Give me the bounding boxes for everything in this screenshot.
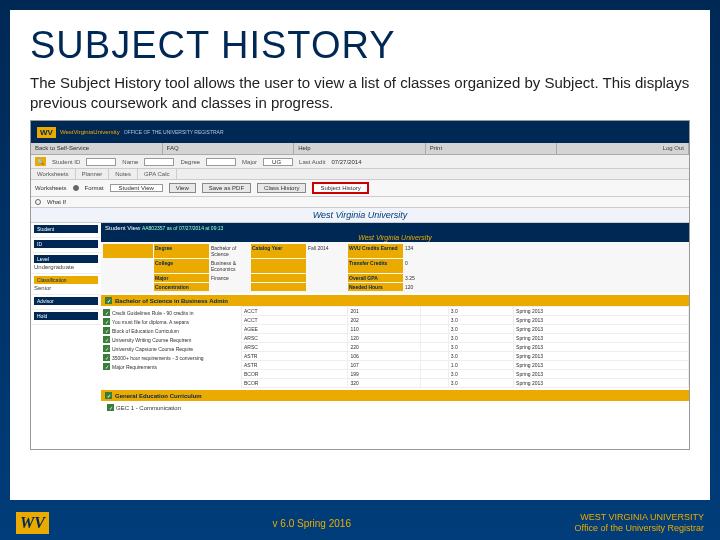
degree-select[interactable]: [206, 158, 236, 166]
tab-worksheets[interactable]: Worksheets: [31, 169, 76, 179]
slide-footer: WV v 6.0 Spring 2016 WEST VIRGINIA UNIVE…: [0, 512, 720, 534]
table-row: ACCT2023.0Spring 2013: [242, 316, 689, 325]
main-panel: Student View AA802357 as of 07/27/2014 a…: [101, 223, 689, 450]
student-id-label: Student ID: [52, 159, 80, 165]
req-block-1-header[interactable]: Bachelor of Science in Business Admin: [101, 295, 689, 306]
subject-history-button[interactable]: Subject History: [312, 182, 368, 194]
degree-label: Degree: [180, 159, 200, 165]
course-table: ACCT2013.0Spring 2013ACCT2023.0Spring 20…: [241, 306, 689, 388]
name-select[interactable]: [144, 158, 174, 166]
nav-logout[interactable]: Log Out: [557, 143, 689, 154]
class-history-button[interactable]: Class History: [257, 183, 306, 193]
save-pdf-button[interactable]: Save as PDF: [202, 183, 251, 193]
whatif-row: What If: [31, 197, 689, 208]
side-advisor-lbl: Advisor: [34, 297, 98, 305]
version-text: v 6.0 Spring 2016: [49, 518, 575, 529]
nav-back[interactable]: Back to Self-Service: [31, 143, 163, 154]
app-banner: WV WestVirginiaUniversity OFFICE OF THE …: [31, 121, 689, 143]
format-label: Format: [85, 185, 104, 191]
wvu-logo-icon: WV: [16, 512, 49, 534]
student-sidebar: Student ID LevelUndergraduate Classifica…: [31, 223, 101, 450]
side-hold-lbl: Hold: [34, 312, 98, 320]
check-icon: [103, 345, 110, 352]
banner-name: WestVirginiaUniversity: [60, 129, 120, 135]
req-block-2-header[interactable]: General Education Curriculum: [101, 390, 689, 401]
nav-help[interactable]: Help: [294, 143, 426, 154]
degree-grid: DegreeBachelor of ScienceCatalog YearFal…: [101, 242, 689, 293]
view-button[interactable]: View: [169, 183, 196, 193]
last-audit-value: 07/27/2014: [331, 159, 361, 165]
slide-title: SUBJECT HISTORY: [30, 24, 690, 67]
student-view-header: Student View AA802357 as of 07/27/2014 a…: [101, 223, 689, 233]
org-text: WEST VIRGINIA UNIVERSITY Office of the U…: [575, 512, 704, 534]
whatif-radio[interactable]: [35, 199, 41, 205]
side-level-lbl: Level: [34, 255, 98, 263]
format-radio[interactable]: [73, 185, 79, 191]
sub-toolbar: Worksheets Format Student View View Save…: [31, 180, 689, 197]
side-id-lbl: ID: [34, 240, 98, 248]
worksheets-label: Worksheets: [35, 185, 67, 191]
table-row: ARSC2203.0Spring 2013: [242, 343, 689, 352]
table-row: ACCT2013.0Spring 2013: [242, 307, 689, 316]
wvu-subtitle: West Virginia University: [101, 233, 689, 242]
nav-print[interactable]: Print: [426, 143, 558, 154]
screenshot: WV WestVirginiaUniversity OFFICE OF THE …: [30, 120, 690, 450]
name-label: Name: [122, 159, 138, 165]
check-icon: [103, 309, 110, 316]
wvu-logo-icon: WV: [37, 127, 56, 138]
side-student-lbl: Student: [34, 225, 98, 233]
check-icon: [103, 327, 110, 334]
check-icon: [103, 354, 110, 361]
whatif-label: What If: [47, 199, 66, 205]
check-icon: [103, 336, 110, 343]
tab-gpa-calc[interactable]: GPA Calc: [138, 169, 177, 179]
table-row: ASTR1071.0Spring 2013: [242, 361, 689, 370]
major-select[interactable]: UG: [263, 158, 293, 166]
req-list: Credit Guidelines Rule - 90 credits in Y…: [101, 306, 241, 388]
check-icon: [107, 404, 114, 411]
tab-planner[interactable]: Planner: [76, 169, 110, 179]
find-icon[interactable]: 🔍: [35, 157, 46, 166]
table-row: ASTR1063.0Spring 2013: [242, 352, 689, 361]
student-id-input[interactable]: [86, 158, 116, 166]
slide-description: The Subject History tool allows the user…: [30, 73, 690, 112]
banner-sub: OFFICE OF THE UNIVERSITY REGISTRAR: [124, 129, 224, 135]
last-audit-label: Last Audit: [299, 159, 325, 165]
check-icon: [105, 392, 112, 399]
student-view-select[interactable]: Student View: [110, 184, 163, 192]
table-row: ARSC1203.0Spring 2013: [242, 334, 689, 343]
check-icon: [103, 318, 110, 325]
table-row: BCOR1993.0Spring 2013: [242, 370, 689, 379]
nav-faq[interactable]: FAQ: [163, 143, 295, 154]
top-nav: Back to Self-Service FAQ Help Print Log …: [31, 143, 689, 155]
filter-row: 🔍 Student ID Name Degree MajorUG Last Au…: [31, 155, 689, 169]
table-row: BCOR3203.0Spring 2013: [242, 379, 689, 388]
check-icon: [105, 297, 112, 304]
side-classification-lbl: Classification: [34, 276, 98, 284]
wvu-title: West Virginia University: [31, 208, 689, 223]
major-label: Major: [242, 159, 257, 165]
check-icon: [103, 363, 110, 370]
tab-bar: Worksheets Planner Notes GPA Calc: [31, 169, 689, 180]
tab-notes[interactable]: Notes: [109, 169, 138, 179]
table-row: AGEE1103.0Spring 2013: [242, 325, 689, 334]
